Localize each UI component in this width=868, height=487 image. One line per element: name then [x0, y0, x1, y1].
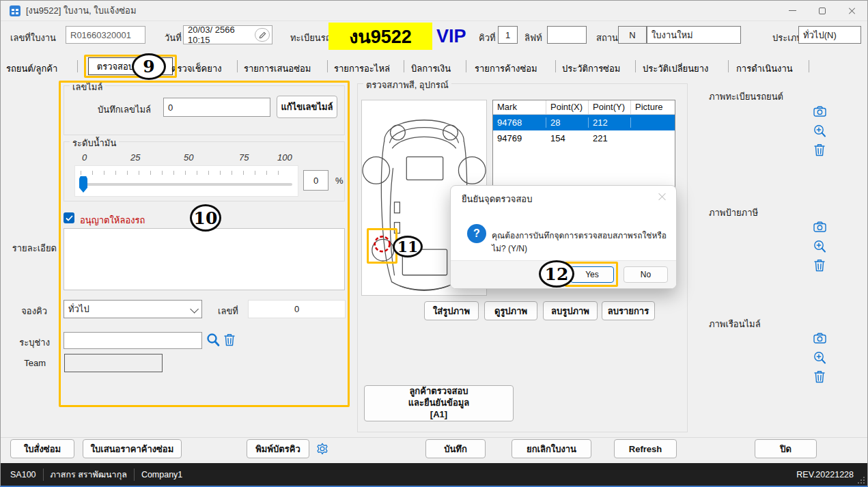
tab-billing[interactable]: บิลการเงิน — [411, 61, 451, 76]
window-title: [งน9522] ใบงาน, ใบแจ้งซ่อม — [26, 3, 137, 18]
trash-icon[interactable] — [814, 370, 825, 383]
close-icon — [848, 7, 856, 15]
delete-row-button[interactable]: ลบรายการ — [602, 301, 655, 320]
resize-grip[interactable] — [857, 476, 865, 484]
customer-confirm-button[interactable]: ลูกค้าตรวจสอบ และยืนยันข้อมูล [A1] — [364, 385, 514, 421]
mechanic-label: ระบุช่าง — [6, 335, 50, 350]
print-queue-button[interactable]: พิมพ์บัตรคิว — [247, 439, 309, 458]
photo-odometer-label: ภาพเรือนไมล์ — [709, 317, 761, 331]
question-icon: ? — [467, 224, 486, 243]
company-name: Company1 — [141, 470, 182, 479]
col-mark[interactable]: Mark — [493, 100, 546, 114]
zoom-in-icon[interactable] — [813, 124, 826, 137]
zoom-in-icon[interactable] — [813, 351, 826, 364]
order-no-label: เลขที่ใบงาน — [10, 31, 56, 45]
app-icon — [10, 5, 20, 16]
col-point-x[interactable]: Point(X) — [546, 100, 589, 114]
date-label: วันที่ — [165, 31, 182, 45]
lift-field[interactable] — [547, 26, 587, 44]
statusbar-divider — [134, 469, 135, 481]
tab-repair-proposal[interactable]: รายการเสนอซ่อม — [244, 61, 311, 76]
work-order-window: [งน9522] ใบงาน, ใบแจ้งซ่อม เลขที่ใบงาน R… — [0, 0, 868, 487]
plate-label: ทะเบียนรถ — [290, 31, 331, 45]
dialog-title: ยืนยันจุดตรวจสอบ — [462, 192, 532, 206]
status-text-field: ใบงานใหม่ — [647, 26, 741, 44]
col-picture[interactable]: Picture — [631, 100, 675, 114]
minimize-icon — [789, 10, 796, 11]
tab-parts-list[interactable]: รายการอะไหล่ — [334, 61, 390, 76]
vip-badge: VIP — [436, 23, 466, 50]
statusbar-divider — [43, 469, 44, 481]
photo-plate-label: ภาพทะเบียนรถยนต์ — [709, 89, 783, 104]
minimize-button[interactable] — [777, 1, 807, 20]
tab-operations[interactable]: การดำเนินงาน — [736, 61, 793, 76]
step12-marker: 12 — [539, 260, 574, 288]
tab-vehicle-customer[interactable]: รถยนต์/ลูกค้า — [6, 61, 57, 76]
step11-marker: 11 — [393, 236, 423, 258]
dialog-message: คุณต้องการบันทึกจุดการตรวจสอบสภาพรถใช่หร… — [492, 229, 671, 255]
pencil-icon — [259, 31, 266, 39]
step10-marker: 10 — [190, 204, 221, 232]
trash-icon[interactable] — [814, 259, 825, 272]
close-button[interactable] — [837, 1, 867, 20]
maximize-button[interactable] — [807, 1, 837, 20]
photo-tax-label: ภาพป้ายภาษี — [709, 206, 758, 220]
order-no-field[interactable]: R01660320001 — [66, 26, 145, 44]
queue-booking-label: จองคิว — [6, 304, 47, 318]
camera-icon[interactable] — [813, 221, 826, 232]
queue-label: คิวที่ — [479, 31, 496, 45]
title-bar: [งน9522] ใบงาน, ใบแจ้งซ่อม — [1, 1, 867, 21]
revision-label: REV.20221228 — [796, 470, 854, 479]
tab-pending-repairs[interactable]: รายการค้างซ่อม — [475, 61, 537, 76]
repair-order-button[interactable]: ใบสั่งซ่อม — [10, 439, 74, 458]
queue-field[interactable]: 1 — [498, 26, 518, 44]
gear-icon[interactable] — [316, 443, 328, 455]
zoom-in-icon[interactable] — [813, 240, 826, 253]
user-code: SA100 — [10, 470, 36, 479]
close-form-button[interactable]: ปิด — [755, 439, 817, 458]
status-bar: SA100 ภาสกร สราพัฒนากุล Company1 REV.202… — [1, 463, 867, 486]
details-label: รายละเอียด — [6, 241, 57, 255]
save-button[interactable]: บันทึก — [425, 439, 486, 458]
cancel-order-button[interactable]: ยกเลิกใบงาน — [512, 439, 591, 458]
plate-number-badge: งน9522 — [328, 23, 432, 50]
step9-marker: 9 — [132, 53, 166, 80]
inspection-points-table[interactable]: Mark Point(X) Point(Y) Picture 94768 28 … — [492, 100, 675, 193]
refresh-button[interactable]: Refresh — [614, 439, 677, 458]
tab-tire-history[interactable]: ประวัติเปลี่ยนยาง — [643, 61, 708, 76]
delete-image-button[interactable]: ลบรูปภาพ — [543, 301, 598, 320]
lift-label: ลิฟท์ — [524, 31, 542, 45]
date-field[interactable]: 20/03/ 2566 10:15 — [183, 25, 272, 44]
tab-tire-check[interactable]: ตรวจเช็คยาง — [171, 61, 222, 76]
view-image-button[interactable]: ดูรูปภาพ — [484, 301, 537, 320]
footer-divider — [1, 437, 867, 438]
edit-date-button[interactable] — [255, 28, 270, 42]
user-name: ภาสกร สราพัฒนากุล — [51, 468, 127, 482]
pending-quote-button[interactable]: ใบเสนอราคาค้างซ่อม — [83, 439, 182, 458]
col-point-y[interactable]: Point(Y) — [589, 100, 631, 114]
step10-highlight-box — [59, 81, 350, 407]
camera-icon[interactable] — [813, 106, 826, 117]
trash-icon[interactable] — [814, 143, 825, 156]
table-row[interactable]: 94769 154 221 — [493, 130, 675, 146]
table-header-row: Mark Point(X) Point(Y) Picture — [493, 100, 675, 115]
table-row[interactable]: 94768 28 212 — [493, 115, 675, 130]
add-image-button[interactable]: ใส่รูปภาพ — [424, 301, 479, 320]
dialog-close-icon[interactable] — [657, 191, 668, 202]
type-field[interactable]: ทั่วไป(N) — [798, 26, 861, 44]
maximize-icon — [819, 8, 826, 14]
tab-repair-history[interactable]: ประวัติการซ่อม — [562, 61, 620, 76]
camera-icon[interactable] — [813, 333, 826, 344]
inspection-group-label: ตรวจสภาพสี, อุปกรณ์ — [363, 78, 451, 92]
no-button[interactable]: No — [624, 266, 668, 283]
status-code-field: N — [618, 26, 647, 44]
team-label: Team — [6, 358, 46, 368]
